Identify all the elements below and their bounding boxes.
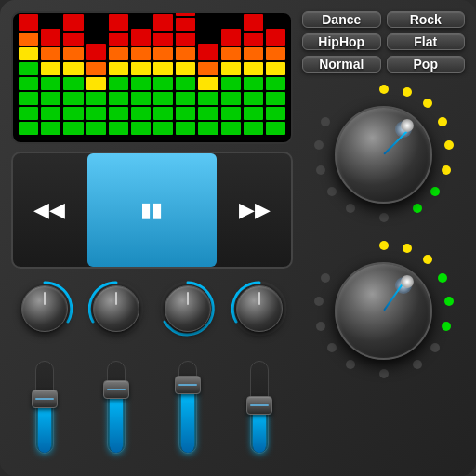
svg-point-9 [442,165,451,175]
knob-3-wrap [155,281,221,337]
eq-seg-y [19,47,38,60]
svg-point-6 [423,99,432,108]
slider-2-thumb[interactable] [103,380,129,399]
eq-bar-11 [244,14,263,135]
slider-3-group [155,349,221,465]
svg-point-12 [379,213,389,222]
eq-bar-7 [153,14,173,135]
preset-flat-button[interactable]: Flat [387,33,466,50]
slider-3-fill [181,388,194,453]
slider-4-track[interactable] [250,361,269,454]
eq-bar-5 [109,14,128,135]
preset-hiphop-button[interactable]: HipHop [302,33,381,50]
knob-3-container [160,281,216,337]
eq-bar-10 [221,29,241,135]
next-button[interactable]: ▶▶ [218,153,291,268]
eq-seg-g5 [19,122,38,135]
svg-point-16 [314,140,324,150]
preset-normal-button[interactable]: Normal [302,56,381,73]
eq-seg-o [19,33,38,46]
svg-point-29 [316,322,325,331]
eq-seg-g4 [19,107,38,120]
right-panel: Dance Rock HipHop Flat Normal Pop [302,11,465,465]
eq-bar-4 [86,44,106,135]
eq-bar-12 [266,29,285,135]
eq-bar-1 [19,14,38,135]
big-knob-2[interactable] [335,262,432,360]
transport-bar: ◀◀ ▮▮ ▶▶ [11,152,293,270]
eq-bar-8 [176,11,195,135]
svg-point-18 [379,241,389,250]
slider-2-group [83,349,149,465]
slider-4-thumb[interactable] [246,396,272,415]
eq-seg-g2 [19,77,38,90]
knob-3[interactable] [165,285,211,332]
svg-point-22 [444,297,454,306]
svg-point-20 [423,255,432,264]
svg-point-10 [430,187,440,196]
slider-3-thumb[interactable] [175,376,201,394]
play-pause-button[interactable]: ▮▮ [87,153,218,268]
big-knob-1-indicator [383,131,407,155]
eq-bar-3 [63,14,83,135]
svg-point-19 [403,244,412,253]
knob-4-indicator [258,292,260,305]
big-knob-1-wrapper [310,80,458,229]
left-panel: ◀◀ ▮▮ ▶▶ [11,11,293,465]
slider-1-thumb[interactable] [32,390,58,408]
svg-point-28 [327,343,337,352]
preset-rock-button[interactable]: Rock [387,11,466,28]
eq-seg-g3 [19,92,38,105]
eq-bar-6 [131,29,151,135]
preset-buttons: Dance Rock HipHop Flat Normal Pop [302,11,465,73]
knob-4-container [231,281,287,337]
svg-point-13 [346,204,355,213]
slider-4-fill [253,408,266,453]
knob-1-container [17,281,73,337]
svg-point-26 [379,369,389,378]
eq-bar-9 [198,44,218,135]
slider-1-track[interactable] [35,361,54,454]
svg-point-15 [316,165,325,175]
sliders-row [11,349,293,465]
svg-point-8 [444,140,454,150]
eq-visualizer [11,11,293,144]
svg-point-17 [321,117,330,126]
eq-seg-r [19,14,38,31]
prev-button[interactable]: ◀◀ [13,153,86,268]
svg-point-23 [442,322,451,331]
slider-1-group [11,349,77,465]
eq-bar-2 [41,29,60,135]
slider-4-group [227,349,293,465]
svg-point-14 [327,187,337,196]
big-knob-2-indicator [383,284,403,311]
preset-dance-button[interactable]: Dance [302,11,381,28]
slider-2-track[interactable] [107,361,126,454]
preset-pop-button[interactable]: Pop [387,56,466,73]
knob-3-indicator [187,292,189,305]
knobs-row [11,276,293,341]
knob-2[interactable] [93,285,139,332]
eq-seg-g1 [19,62,38,75]
svg-point-30 [314,297,324,306]
slider-3-track[interactable] [178,361,197,454]
svg-point-21 [438,273,447,283]
knob-1-wrap [11,281,77,337]
main-layout: ◀◀ ▮▮ ▶▶ [11,11,465,465]
knob-1[interactable] [21,285,68,332]
svg-point-5 [403,87,412,97]
slider-1-fill [38,402,51,453]
big-knob-1[interactable] [335,106,432,204]
slider-2-fill [110,392,123,453]
knob-4-wrap [227,281,293,337]
svg-point-24 [430,343,440,352]
svg-point-7 [438,117,447,126]
svg-point-27 [346,360,355,369]
app-container: ◀◀ ▮▮ ▶▶ [0,0,476,476]
svg-point-31 [321,273,330,283]
svg-point-4 [379,85,389,94]
knob-2-container [88,281,144,337]
knob-2-wrap [83,281,149,337]
svg-point-25 [413,360,422,369]
knob-2-indicator [115,292,117,305]
